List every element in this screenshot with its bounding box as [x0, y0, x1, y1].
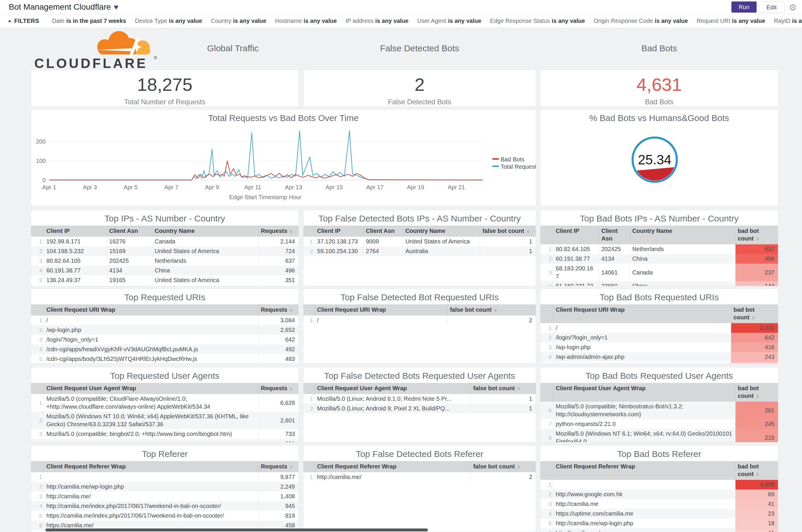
column-header[interactable]: Client Request User Agent Wrap: [314, 383, 471, 394]
row-number: 2: [303, 404, 314, 413]
column-header[interactable]: Requests∨: [259, 304, 299, 316]
filter-item[interactable]: Request URIis any value: [697, 18, 765, 24]
data-table: Client IPClient AsnCountry Namefalse bot…: [303, 226, 536, 256]
data-table: Client Request URI Wrapfalse bot count∨1…: [303, 304, 536, 325]
column-header[interactable]: Client IP: [314, 226, 363, 237]
column-header[interactable]: bad bot count∨: [731, 304, 778, 323]
filter-item[interactable]: RayIDis any value: [774, 18, 802, 24]
table-cell: /: [553, 323, 731, 333]
column-header[interactable]: bad bot count∨: [735, 383, 778, 402]
table-cell: /: [314, 316, 447, 325]
filter-item[interactable]: Origin Response Codeis any value: [594, 18, 688, 24]
count-cell: 243: [731, 352, 778, 362]
table-cell: python-requests/2.21.0: [553, 419, 735, 429]
column-header[interactable]: Client IP: [553, 226, 599, 244]
column-header[interactable]: false bot count∨: [471, 461, 536, 472]
filter-item[interactable]: Device Typeis any value: [135, 18, 202, 24]
column-header[interactable]: Requests∨: [259, 226, 299, 237]
column-header[interactable]: Client Request URI Wrap: [553, 304, 731, 323]
panel-top-false-bot-uris: Top False Detected Bot Requested URIsCli…: [303, 288, 536, 364]
column-header[interactable]: false bot count∨: [471, 383, 536, 394]
panel-title: Top False Detected Bots Requested User A…: [303, 367, 536, 380]
table-row: 4/cdn-cgi/apps/head/xVgyKhR-vV3dAUGhMqfB…: [31, 344, 299, 354]
table-cell: /cdn-cgi/apps/head/xVgyKhR-vV3dAUGhMqfBc…: [44, 344, 259, 354]
series-line-bad-bots: [49, 161, 483, 180]
column-header[interactable]: Client Request User Agent Wrap: [553, 383, 735, 402]
filter-item[interactable]: Hostnameis any value: [275, 18, 337, 24]
column-header[interactable]: bad bot count∨: [735, 461, 778, 480]
run-button[interactable]: Run: [731, 1, 757, 13]
column-header[interactable]: Client Request User Agent Wrap: [44, 383, 259, 394]
row-number: 4: [31, 501, 44, 511]
legend-label[interactable]: Total Requests: [501, 164, 536, 170]
column-header[interactable]: bad bot count∨: [735, 226, 778, 244]
count-cell: 3,084: [259, 316, 299, 325]
column-header[interactable]: Client Request URI Wrap: [44, 304, 259, 316]
row-number: 1: [540, 244, 553, 254]
filter-value: is any value: [233, 18, 266, 24]
table-cell: 60.191.38.77: [553, 254, 599, 264]
table-row: 4http://camilia.me/index.php/2017/06/17/…: [31, 501, 299, 511]
filter-item[interactable]: Dateis in the past 7 weeks: [52, 18, 126, 24]
x-tick-label: Apr 21: [448, 184, 465, 190]
column-header[interactable]: Client Asn: [363, 226, 403, 237]
row-number-header: [31, 304, 44, 316]
column-header[interactable]: false bot count∨: [447, 304, 536, 316]
gear-icon[interactable]: ⚙: [789, 2, 797, 13]
panel-top-false-bot-user-agents: Top False Detected Bots Requested User A…: [303, 367, 536, 442]
table-cell: 202425: [599, 244, 629, 254]
row-number: 5: [540, 518, 553, 528]
column-header[interactable]: Country Name: [403, 226, 480, 237]
filter-item[interactable]: Edge Response Statusis any value: [490, 18, 585, 24]
table-row: 259.100.254.1302764Australia1: [303, 246, 536, 256]
table-row: 2http://www.google.com.hk69: [540, 490, 778, 499]
edit-button[interactable]: Edit: [759, 1, 784, 13]
filter-field: Hostname: [275, 18, 302, 24]
table-row: 5https://camilia.me/index.php/2017/06/17…: [31, 511, 299, 520]
table-row: 5/xmlrpc.php124: [540, 362, 778, 364]
column-header[interactable]: Requests∨: [259, 383, 299, 394]
legend-label[interactable]: Bad Bots: [501, 156, 524, 163]
legend-swatch[interactable]: [492, 166, 499, 167]
row-number: 3: [31, 256, 44, 266]
table-cell: /: [44, 316, 259, 325]
table-cell: 16276: [107, 237, 152, 246]
table-cell: 104.198.5.232: [44, 246, 107, 256]
table-cell: 2764: [363, 246, 403, 256]
table-row: 180.82.64.105202425Netherlands637: [540, 244, 778, 254]
table-row: 6Mozilla/5.0 (compatible; Nimbostratus-B…: [540, 402, 778, 419]
filter-item[interactable]: User Agentis any value: [417, 18, 481, 24]
column-header[interactable]: Client Asn: [599, 226, 629, 244]
count-cell: 637: [735, 244, 778, 254]
y-tick-label: 100: [36, 158, 46, 164]
count-cell: 642: [731, 333, 778, 342]
column-header[interactable]: Client Request Referer Wrap: [314, 461, 471, 472]
column-header[interactable]: Client IP: [44, 226, 107, 237]
table-row: 2104.198.5.23215169United States of Amer…: [31, 246, 299, 256]
table-cell: http://camilia.me/wp-login.php: [553, 518, 735, 528]
column-header[interactable]: Client Request Referer Wrap: [44, 461, 259, 472]
legend-swatch[interactable]: [492, 158, 499, 160]
row-number: 2: [31, 412, 44, 429]
column-header[interactable]: Country Name: [152, 226, 259, 237]
column-header[interactable]: false bot count∨: [480, 226, 536, 237]
column-header[interactable]: Client Request Referer Wrap: [553, 461, 735, 480]
table-cell: United States of America: [152, 276, 259, 285]
count-cell: 9,877: [259, 472, 299, 482]
table-cell: 19165: [107, 276, 152, 285]
table-cell: https://camilia.me/index.php/2017/06/17/…: [44, 511, 259, 520]
filter-item[interactable]: Countryis any value: [211, 18, 266, 24]
sort-caret-icon: ∨: [756, 472, 759, 477]
horizontal-scrollbar-thumb[interactable]: [45, 529, 428, 531]
filters-toggle[interactable]: FILTERS: [14, 18, 39, 24]
column-header[interactable]: Requests∨: [259, 461, 299, 472]
row-number: 2: [540, 333, 553, 342]
filter-item[interactable]: IP addressis any value: [346, 18, 408, 24]
table-cell: Mozilla/5.0 (compatible; Nimbostratus-Bo…: [553, 402, 735, 419]
column-header[interactable]: Client Request URI Wrap: [314, 304, 447, 316]
column-header[interactable]: Country Name: [630, 226, 735, 244]
filters-expand-icon[interactable]: ▸: [9, 18, 12, 24]
count-cell: 215: [735, 429, 778, 442]
column-header[interactable]: Client Asn: [107, 226, 152, 237]
count-cell: 2,249: [259, 482, 299, 492]
